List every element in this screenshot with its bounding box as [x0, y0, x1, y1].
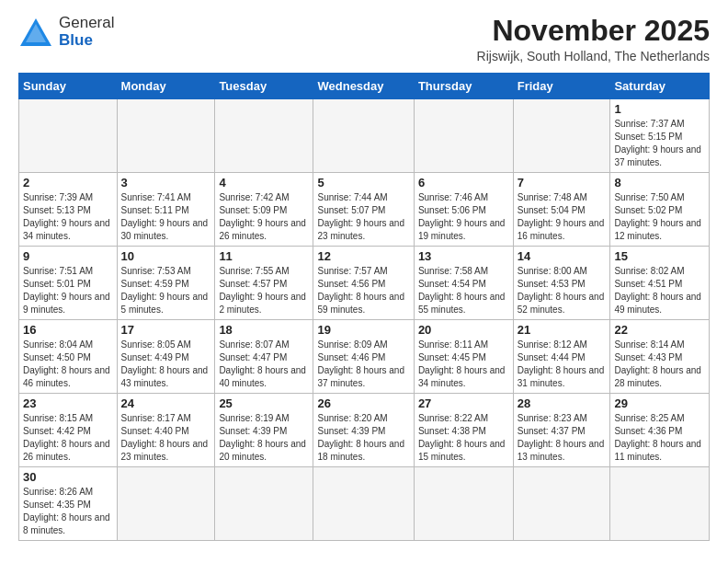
day-info: Sunrise: 7:58 AM Sunset: 4:54 PM Dayligh… — [418, 265, 509, 316]
header: General Blue November 2025 Rijswijk, Sou… — [18, 15, 710, 63]
day-info: Sunrise: 7:46 AM Sunset: 5:06 PM Dayligh… — [418, 191, 509, 243]
day-cell: 19Sunrise: 8:09 AM Sunset: 4:46 PM Dayli… — [313, 320, 414, 394]
day-cell — [215, 99, 313, 173]
day-info: Sunrise: 7:53 AM Sunset: 4:59 PM Dayligh… — [121, 265, 211, 316]
calendar-header: SundayMondayTuesdayWednesdayThursdayFrid… — [19, 74, 710, 99]
day-number: 13 — [418, 249, 509, 263]
day-info: Sunrise: 7:39 AM Sunset: 5:13 PM Dayligh… — [23, 191, 113, 243]
day-cell — [117, 99, 215, 173]
day-info: Sunrise: 7:44 AM Sunset: 5:07 PM Dayligh… — [317, 191, 409, 243]
day-number: 24 — [121, 396, 211, 410]
day-info: Sunrise: 8:20 AM Sunset: 4:39 PM Dayligh… — [317, 412, 409, 464]
location: Rijswijk, South Holland, The Netherlands — [477, 49, 710, 63]
day-info: Sunrise: 8:19 AM Sunset: 4:39 PM Dayligh… — [219, 412, 309, 464]
week-row-4: 16Sunrise: 8:04 AM Sunset: 4:50 PM Dayli… — [19, 320, 710, 394]
day-cell: 13Sunrise: 7:58 AM Sunset: 4:54 PM Dayli… — [414, 247, 513, 320]
day-cell: 27Sunrise: 8:22 AM Sunset: 4:38 PM Dayli… — [414, 394, 513, 467]
day-number: 20 — [418, 323, 509, 337]
day-number: 17 — [121, 323, 211, 337]
week-row-5: 23Sunrise: 8:15 AM Sunset: 4:42 PM Dayli… — [19, 394, 710, 467]
day-cell: 14Sunrise: 8:00 AM Sunset: 4:53 PM Dayli… — [513, 247, 610, 320]
day-cell: 25Sunrise: 8:19 AM Sunset: 4:39 PM Dayli… — [215, 394, 313, 467]
day-number: 6 — [418, 176, 509, 190]
day-number: 4 — [219, 176, 309, 190]
day-info: Sunrise: 8:17 AM Sunset: 4:40 PM Dayligh… — [121, 412, 211, 464]
week-row-6: 30Sunrise: 8:26 AM Sunset: 4:35 PM Dayli… — [19, 467, 710, 541]
day-cell: 3Sunrise: 7:41 AM Sunset: 5:11 PM Daylig… — [117, 173, 215, 247]
day-number: 11 — [219, 249, 309, 263]
day-cell: 5Sunrise: 7:44 AM Sunset: 5:07 PM Daylig… — [313, 173, 414, 247]
day-cell: 29Sunrise: 8:25 AM Sunset: 4:36 PM Dayli… — [610, 394, 710, 467]
day-info: Sunrise: 8:14 AM Sunset: 4:43 PM Dayligh… — [614, 339, 705, 390]
week-row-2: 2Sunrise: 7:39 AM Sunset: 5:13 PM Daylig… — [19, 173, 710, 247]
day-cell: 11Sunrise: 7:55 AM Sunset: 4:57 PM Dayli… — [215, 247, 313, 320]
day-cell: 7Sunrise: 7:48 AM Sunset: 5:04 PM Daylig… — [513, 173, 610, 247]
day-cell — [414, 467, 513, 541]
day-cell — [313, 467, 414, 541]
weekday-header-monday: Monday — [117, 74, 215, 99]
day-cell: 1Sunrise: 7:37 AM Sunset: 5:15 PM Daylig… — [610, 99, 710, 173]
day-info: Sunrise: 7:57 AM Sunset: 4:56 PM Dayligh… — [317, 265, 409, 316]
weekday-header-saturday: Saturday — [610, 74, 710, 99]
day-cell: 4Sunrise: 7:42 AM Sunset: 5:09 PM Daylig… — [215, 173, 313, 247]
day-number: 23 — [23, 396, 113, 410]
day-cell — [610, 467, 710, 541]
day-info: Sunrise: 7:50 AM Sunset: 5:02 PM Dayligh… — [614, 191, 705, 243]
logo-text: General Blue — [59, 15, 114, 49]
day-cell: 16Sunrise: 8:04 AM Sunset: 4:50 PM Dayli… — [19, 320, 118, 394]
day-cell — [513, 467, 610, 541]
logo-icon — [18, 15, 53, 50]
day-info: Sunrise: 8:12 AM Sunset: 4:44 PM Dayligh… — [518, 339, 607, 390]
title-block: November 2025 Rijswijk, South Holland, T… — [477, 15, 710, 63]
day-cell: 28Sunrise: 8:23 AM Sunset: 4:37 PM Dayli… — [513, 394, 610, 467]
calendar-body: 1Sunrise: 7:37 AM Sunset: 5:15 PM Daylig… — [19, 99, 710, 541]
month-title: November 2025 — [477, 15, 710, 47]
day-number: 25 — [219, 396, 309, 410]
day-cell: 23Sunrise: 8:15 AM Sunset: 4:42 PM Dayli… — [19, 394, 118, 467]
week-row-3: 9Sunrise: 7:51 AM Sunset: 5:01 PM Daylig… — [19, 247, 710, 320]
day-cell: 2Sunrise: 7:39 AM Sunset: 5:13 PM Daylig… — [19, 173, 118, 247]
weekday-row: SundayMondayTuesdayWednesdayThursdayFrid… — [19, 74, 710, 99]
day-cell: 18Sunrise: 8:07 AM Sunset: 4:47 PM Dayli… — [215, 320, 313, 394]
day-info: Sunrise: 7:51 AM Sunset: 5:01 PM Dayligh… — [23, 265, 113, 316]
day-number: 2 — [23, 176, 113, 190]
logo-blue: Blue — [59, 32, 114, 50]
day-info: Sunrise: 8:22 AM Sunset: 4:38 PM Dayligh… — [418, 412, 509, 464]
day-number: 27 — [418, 396, 509, 410]
weekday-header-thursday: Thursday — [414, 74, 513, 99]
day-cell: 22Sunrise: 8:14 AM Sunset: 4:43 PM Dayli… — [610, 320, 710, 394]
day-cell: 12Sunrise: 7:57 AM Sunset: 4:56 PM Dayli… — [313, 247, 414, 320]
day-number: 18 — [219, 323, 309, 337]
day-cell — [117, 467, 215, 541]
day-number: 21 — [518, 323, 607, 337]
day-info: Sunrise: 8:15 AM Sunset: 4:42 PM Dayligh… — [23, 412, 113, 464]
day-cell: 21Sunrise: 8:12 AM Sunset: 4:44 PM Dayli… — [513, 320, 610, 394]
day-number: 29 — [614, 396, 705, 410]
day-info: Sunrise: 7:55 AM Sunset: 4:57 PM Dayligh… — [219, 265, 309, 316]
day-cell: 10Sunrise: 7:53 AM Sunset: 4:59 PM Dayli… — [117, 247, 215, 320]
day-info: Sunrise: 8:23 AM Sunset: 4:37 PM Dayligh… — [518, 412, 607, 464]
day-cell: 24Sunrise: 8:17 AM Sunset: 4:40 PM Dayli… — [117, 394, 215, 467]
day-number: 1 — [614, 102, 705, 116]
day-number: 10 — [121, 249, 211, 263]
day-cell — [19, 99, 118, 173]
day-cell: 8Sunrise: 7:50 AM Sunset: 5:02 PM Daylig… — [610, 173, 710, 247]
weekday-header-tuesday: Tuesday — [215, 74, 313, 99]
day-number: 5 — [317, 176, 409, 190]
weekday-header-wednesday: Wednesday — [313, 74, 414, 99]
day-number: 15 — [614, 249, 705, 263]
day-cell — [313, 99, 414, 173]
day-info: Sunrise: 8:00 AM Sunset: 4:53 PM Dayligh… — [518, 265, 607, 316]
day-cell: 9Sunrise: 7:51 AM Sunset: 5:01 PM Daylig… — [19, 247, 118, 320]
page: General Blue November 2025 Rijswijk, Sou… — [0, 0, 728, 550]
day-info: Sunrise: 7:41 AM Sunset: 5:11 PM Dayligh… — [121, 191, 211, 243]
day-info: Sunrise: 7:48 AM Sunset: 5:04 PM Dayligh… — [518, 191, 607, 243]
calendar: SundayMondayTuesdayWednesdayThursdayFrid… — [18, 73, 710, 541]
day-number: 12 — [317, 249, 409, 263]
day-cell — [414, 99, 513, 173]
day-number: 7 — [518, 176, 607, 190]
logo: General Blue — [18, 15, 114, 50]
weekday-header-friday: Friday — [513, 74, 610, 99]
day-cell: 20Sunrise: 8:11 AM Sunset: 4:45 PM Dayli… — [414, 320, 513, 394]
day-number: 28 — [518, 396, 607, 410]
